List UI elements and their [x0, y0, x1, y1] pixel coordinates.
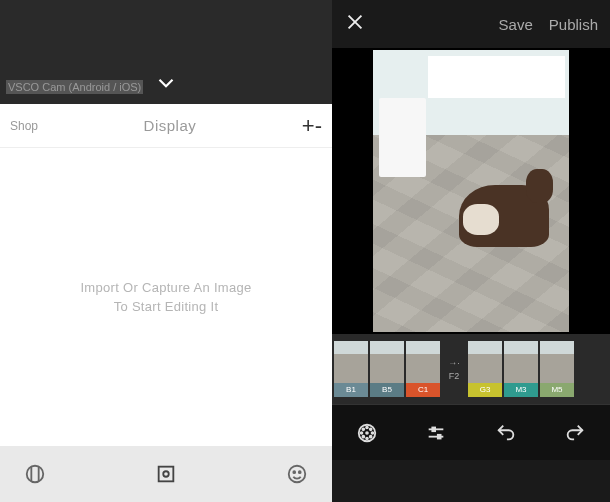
- filter-thumb-b5[interactable]: B5: [370, 341, 404, 397]
- svg-point-17: [370, 428, 372, 430]
- svg-point-6: [293, 471, 295, 473]
- svg-point-7: [299, 471, 301, 473]
- empty-state: Import Or Capture An Image To Start Edit…: [0, 148, 332, 446]
- filter-group-separator[interactable]: →·F2: [442, 341, 466, 397]
- filter-label: B1: [334, 383, 368, 397]
- svg-point-11: [366, 432, 368, 434]
- filter-label: M3: [504, 383, 538, 397]
- filter-label: M5: [540, 383, 574, 397]
- filter-thumb-m3[interactable]: M3: [504, 341, 538, 397]
- svg-point-5: [289, 466, 306, 483]
- close-icon[interactable]: [344, 11, 366, 37]
- camera-icon[interactable]: [155, 463, 177, 485]
- svg-point-0: [27, 466, 44, 483]
- svg-point-18: [362, 435, 364, 437]
- svg-rect-3: [159, 467, 174, 482]
- publish-button[interactable]: Publish: [549, 16, 598, 33]
- bottom-nav: [0, 446, 332, 502]
- svg-point-15: [371, 432, 373, 434]
- photo-dog-on-patio: [373, 50, 569, 332]
- svg-point-14: [360, 432, 362, 434]
- article-app-caption: VSCO Cam (Android / iOS): [6, 80, 143, 94]
- svg-point-19: [370, 435, 372, 437]
- filter-thumb-b1[interactable]: B1: [334, 341, 368, 397]
- svg-point-12: [366, 426, 368, 428]
- adjust-icon[interactable]: [416, 413, 456, 453]
- editor-top-bar: Save Publish: [332, 0, 610, 48]
- background-article-overlay: VSCO Cam (Android / iOS): [0, 0, 332, 104]
- svg-rect-23: [438, 434, 441, 438]
- library-header: Shop Display +-: [0, 104, 332, 148]
- empty-line-1: Import Or Capture An Image: [80, 280, 251, 295]
- undo-icon[interactable]: [486, 413, 526, 453]
- chevron-down-icon[interactable]: [153, 70, 179, 100]
- filter-strip[interactable]: B1B5C1→·F2G3M3M5: [332, 334, 610, 404]
- svg-rect-22: [433, 427, 436, 431]
- editor-panel: Save Publish B1B5C1→·F2G3M3M5: [332, 0, 610, 502]
- empty-line-2: To Start Editing It: [114, 299, 219, 314]
- filter-thumb-c1[interactable]: C1: [406, 341, 440, 397]
- svg-point-13: [366, 437, 368, 439]
- save-button[interactable]: Save: [499, 16, 533, 33]
- shop-link[interactable]: Shop: [10, 119, 38, 133]
- filter-thumb-m5[interactable]: M5: [540, 341, 574, 397]
- profile-icon[interactable]: [286, 463, 308, 485]
- editor-toolbar: [332, 404, 610, 460]
- grid-icon[interactable]: [24, 463, 46, 485]
- svg-point-4: [163, 471, 169, 477]
- library-panel: VSCO Cam (Android / iOS) Shop Display +-…: [0, 0, 332, 502]
- filter-thumb-g3[interactable]: G3: [468, 341, 502, 397]
- filter-label: B5: [370, 383, 404, 397]
- presets-icon[interactable]: [347, 413, 387, 453]
- add-button[interactable]: +-: [302, 113, 322, 139]
- filter-label: G3: [468, 383, 502, 397]
- display-title: Display: [144, 117, 197, 134]
- photo-preview: [332, 48, 610, 334]
- svg-point-16: [362, 428, 364, 430]
- redo-icon[interactable]: [555, 413, 595, 453]
- filter-label: C1: [406, 383, 440, 397]
